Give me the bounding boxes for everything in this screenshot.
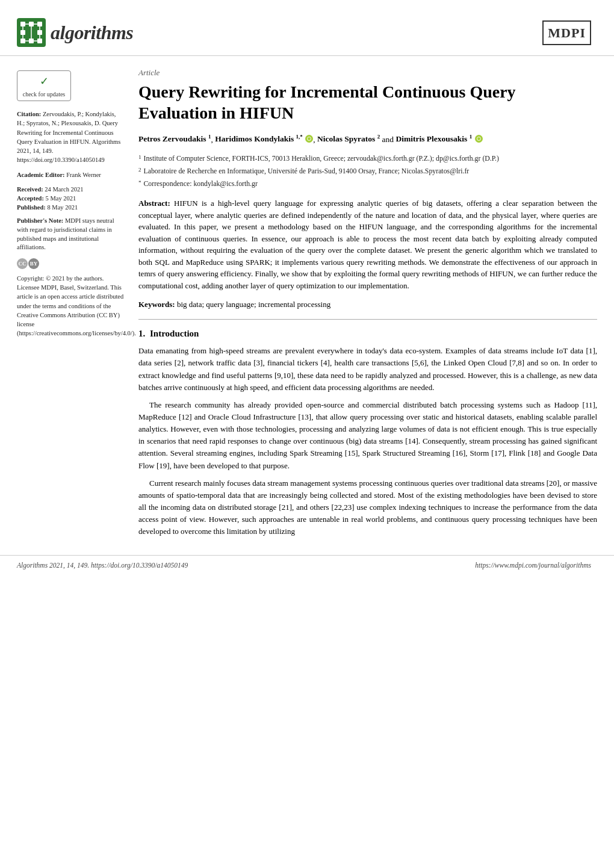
svg-rect-1 [20, 22, 25, 26]
section-1-number: 1. [138, 329, 145, 338]
intro-para-3: Current research mainly focuses data str… [138, 477, 597, 538]
cc-badge: CC BY [17, 258, 125, 269]
footer-right: https://www.mdpi.com/journal/algorithms [475, 560, 591, 571]
affiliations: 1 Institute of Computer Science, FORTH-I… [138, 153, 597, 189]
mdpi-logo: MDPI [542, 20, 591, 45]
section-divider [138, 319, 597, 320]
published-date: 8 May 2021 [47, 204, 78, 211]
logo-area: algorithms [17, 18, 133, 47]
intro-para-1: Data emanating from high-speed streams a… [138, 345, 597, 394]
top-header: algorithms MDPI [0, 18, 614, 56]
affiliation-star: * Correspondence: kondylak@ics.forth.gr [138, 179, 597, 190]
authors-line: Petros Zervoudakis 1, Haridimos Kondylak… [138, 133, 597, 146]
algorithms-logo-icon [17, 18, 46, 47]
abstract-text: Abstract: HIFUN is a high-level query la… [138, 197, 597, 291]
svg-rect-7 [29, 39, 34, 43]
article-title: Query Rewriting for Incremental Continuo… [138, 81, 597, 123]
aff-num-2: 2 [138, 166, 141, 177]
citation-block: Citation: Zervoudakis, P.; Kondylakis, H… [17, 110, 125, 164]
page: algorithms MDPI ✓ check for updates Cita… [0, 0, 614, 868]
accepted-label: Accepted: [17, 195, 44, 202]
abstract-label: Abstract: [138, 199, 170, 208]
cc-circle: CC BY [17, 258, 39, 269]
content-area: ✓ check for updates Citation: Zervoudaki… [0, 67, 614, 543]
publisher-note-label: Publisher's Note: [17, 217, 63, 224]
author-spyratos: Nicolas Spyratos 2 [317, 134, 380, 143]
aff-text-star: Correspondence: kondylak@ics.forth.gr [144, 179, 258, 190]
citation-label: Citation: [17, 111, 41, 117]
checkmark-icon: ✓ [40, 73, 49, 89]
keywords-section: Keywords: big data; query language; incr… [138, 299, 597, 311]
accepted-date: 5 May 2021 [46, 195, 76, 202]
received-row: Received: 24 March 2021 [17, 185, 125, 194]
affiliation-2: 2 Laboratoire de Recherche en Informatiq… [138, 166, 597, 177]
published-label: Published: [17, 204, 46, 211]
published-row: Published: 8 May 2021 [17, 203, 125, 212]
check-updates-badge[interactable]: ✓ check for updates [17, 70, 71, 101]
author-kondylakis: Haridimos Kondylakis 1,* [215, 134, 303, 143]
by-icon: BY [28, 258, 39, 269]
footer-left: Algorithms 2021, 14, 149. https://doi.or… [17, 560, 188, 571]
svg-rect-5 [37, 30, 42, 35]
citation-text: Zervoudakis, P.; Kondylakis, H.; Spyrato… [17, 111, 120, 163]
right-column: Article Query Rewriting for Incremental … [136, 67, 597, 543]
dates-block: Received: 24 March 2021 Accepted: 5 May … [17, 185, 125, 212]
check-updates-box: ✓ check for updates [17, 70, 125, 101]
abstract-section: Abstract: HIFUN is a high-level query la… [138, 197, 597, 291]
orcid-icon-kondylakis [305, 135, 313, 143]
aff-text-1: Institute of Computer Science, FORTH-ICS… [144, 153, 499, 164]
aff-num-star: * [138, 179, 141, 190]
author-plexousakis: Dimitris Plexousakis 1 [395, 134, 472, 143]
keywords-body: big data; query language; incremental pr… [177, 300, 330, 309]
received-date: 24 March 2021 [45, 186, 83, 193]
keywords-label: Keywords: [138, 300, 175, 309]
svg-rect-4 [20, 30, 25, 35]
copyright-text: Copyright: © 2021 by the authors. Licens… [17, 275, 136, 336]
logo-text: algorithms [51, 18, 133, 47]
abstract-body: HIFUN is a high-level query language for… [138, 199, 597, 290]
article-type-label: Article [138, 67, 597, 79]
received-label: Received: [17, 186, 43, 193]
accepted-row: Accepted: 5 May 2021 [17, 194, 125, 203]
academic-editor-name: Frank Werner [66, 172, 101, 178]
academic-editor-block: Academic Editor: Frank Werner [17, 170, 125, 179]
academic-editor-label: Academic Editor: [17, 172, 65, 178]
publisher-note: Publisher's Note: MDPI stays neutral wit… [17, 217, 125, 252]
svg-rect-2 [29, 22, 34, 26]
svg-rect-8 [37, 39, 42, 43]
left-column: ✓ check for updates Citation: Zervoudaki… [17, 67, 136, 543]
aff-num-1: 1 [138, 153, 141, 164]
keywords-text: Keywords: big data; query language; incr… [138, 299, 597, 311]
page-footer: Algorithms 2021, 14, 149. https://doi.or… [0, 555, 614, 571]
orcid-icon-plexousakis [475, 135, 483, 143]
check-updates-label: check for updates [23, 90, 66, 98]
intro-para-2: The research community has already provi… [138, 399, 597, 472]
aff-text-2: Laboratoire de Recherche en Informatique… [144, 166, 470, 177]
cc-icon: CC [17, 258, 28, 269]
affiliation-1: 1 Institute of Computer Science, FORTH-I… [138, 153, 597, 164]
section-1-title: Introduction [150, 329, 199, 338]
copyright-block: Copyright: © 2021 by the authors. Licens… [17, 274, 125, 338]
svg-rect-6 [20, 39, 25, 43]
svg-rect-3 [37, 22, 42, 26]
section-1-heading: 1. Introduction [138, 327, 597, 341]
author-zervoudakis: Petros Zervoudakis 1 [138, 134, 211, 143]
